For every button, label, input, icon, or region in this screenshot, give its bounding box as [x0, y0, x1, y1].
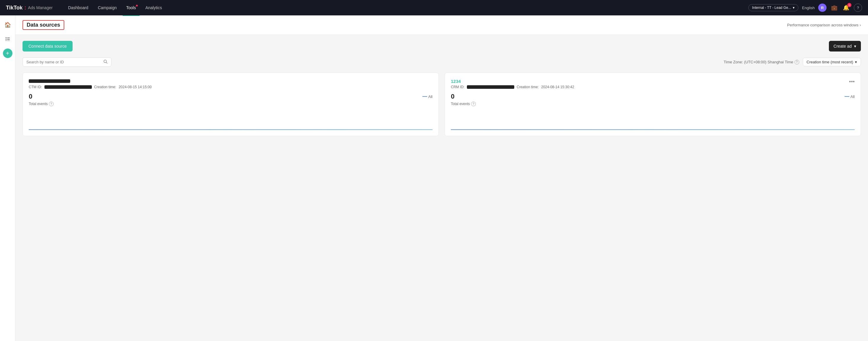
- nav-tools[interactable]: Tools: [123, 4, 140, 12]
- create-ad-button[interactable]: Create ad ▾: [829, 41, 861, 52]
- search-icon: [103, 60, 107, 65]
- data-card-1: CTM ID: Creation time: 2024-08-15 14:15:…: [23, 72, 439, 136]
- svg-rect-2: [6, 40, 6, 41]
- card-chart-2: [451, 112, 855, 130]
- card-header-2: 1234 CRM ID: Creation time: 2024-08-14 1…: [451, 79, 855, 89]
- page-title-box: Data sources: [23, 20, 64, 30]
- card-name-2[interactable]: 1234: [451, 79, 574, 84]
- stat-label-2: Total events ?: [451, 102, 855, 106]
- card-more-button-2[interactable]: •••: [849, 79, 855, 85]
- sidebar-home-icon[interactable]: 🏠: [3, 20, 12, 30]
- chart-line-1: [29, 129, 433, 130]
- timezone-label: Time Zone: (UTC+08:00) Shanghai Time ?: [724, 60, 799, 65]
- sort-chevron-icon: ▾: [855, 60, 857, 64]
- search-input[interactable]: [26, 60, 101, 64]
- svg-line-7: [106, 63, 107, 64]
- help-icon[interactable]: ?: [854, 4, 862, 12]
- card-meta-1: CTM ID: Creation time: 2024-08-15 14:15:…: [29, 85, 152, 89]
- svg-rect-1: [6, 39, 6, 40]
- avatar[interactable]: R: [818, 4, 827, 12]
- account-selector[interactable]: Internal - TT - Lead Ge... ▾: [748, 4, 799, 11]
- sidebar-list-icon[interactable]: [3, 34, 12, 44]
- creation-label-2: Creation time:: [517, 85, 539, 89]
- top-navigation: TikTok: Ads Manager Dashboard Campaign T…: [0, 0, 868, 15]
- creation-label-1: Creation time:: [94, 85, 117, 89]
- nav-right: Internal - TT - Lead Ge... ▾ English R 💼…: [748, 4, 862, 12]
- nav-analytics[interactable]: Analytics: [142, 4, 165, 12]
- chevron-down-icon: ▾: [793, 6, 795, 10]
- crm-id-label: CRM ID:: [451, 85, 465, 89]
- redacted-name-1: [29, 79, 70, 83]
- total-events-number-1: 0: [29, 93, 32, 100]
- redacted-id-2: [467, 85, 514, 89]
- chart-line-2: [451, 129, 855, 130]
- app-logo: TikTok: Ads Manager: [6, 5, 53, 11]
- logo-colon: :: [24, 5, 26, 11]
- card-name-1: [29, 79, 152, 84]
- tools-dot: [136, 5, 138, 6]
- dash-icon-2: [845, 96, 849, 97]
- card-stats-2: 0 All: [451, 93, 855, 100]
- sidebar-plus-icon[interactable]: +: [3, 48, 12, 58]
- logo-ads-manager: Ads Manager: [28, 5, 53, 10]
- nav-campaign[interactable]: Campaign: [94, 4, 120, 12]
- ctm-id-label: CTM ID:: [29, 85, 42, 89]
- main-wrapper: 🏠 + Data sources Performance comparison …: [0, 15, 868, 341]
- left-sidebar: 🏠 +: [0, 15, 16, 341]
- filter-bar: Time Zone: (UTC+08:00) Shanghai Time ? C…: [16, 58, 868, 72]
- briefcase-icon[interactable]: 💼: [830, 4, 838, 12]
- chevron-down-icon: ▾: [854, 44, 856, 48]
- card-chart-1: [29, 112, 433, 130]
- page-header: Data sources Performance comparison acro…: [16, 15, 868, 35]
- filter-right: Time Zone: (UTC+08:00) Shanghai Time ? C…: [724, 58, 861, 66]
- card-title-block-2: 1234 CRM ID: Creation time: 2024-08-14 1…: [451, 79, 574, 89]
- sort-select[interactable]: Creation time (most recent) ▾: [803, 58, 861, 66]
- notification-badge: 1: [847, 3, 851, 7]
- nav-links: Dashboard Campaign Tools Analytics: [65, 4, 165, 12]
- total-events-number-2: 0: [451, 93, 455, 100]
- nav-dashboard[interactable]: Dashboard: [65, 4, 92, 12]
- total-events-info-icon-1[interactable]: ?: [49, 102, 54, 106]
- timezone-info-icon[interactable]: ?: [795, 60, 799, 65]
- toolbar: Connect data source Create ad ▾: [16, 35, 868, 58]
- logo-tiktok: TikTok: [6, 5, 23, 11]
- redacted-id-1: [44, 85, 92, 89]
- creation-time-2: 2024-08-14 15:30:42: [541, 85, 574, 89]
- dash-icon-1: [423, 96, 427, 97]
- chevron-right-icon: ›: [860, 23, 861, 27]
- card-stats-1: 0 All: [29, 93, 433, 100]
- svg-rect-3: [7, 38, 10, 38]
- data-card-2: 1234 CRM ID: Creation time: 2024-08-14 1…: [445, 72, 861, 136]
- page-title: Data sources: [27, 22, 60, 28]
- svg-rect-0: [6, 37, 6, 38]
- total-events-info-icon-2[interactable]: ?: [471, 102, 476, 106]
- cards-grid: CTM ID: Creation time: 2024-08-15 14:15:…: [16, 72, 868, 136]
- card-header-1: CTM ID: Creation time: 2024-08-15 14:15:…: [29, 79, 433, 89]
- page-content: Data sources Performance comparison acro…: [16, 15, 868, 341]
- svg-rect-5: [7, 40, 10, 41]
- language-selector[interactable]: English: [802, 6, 815, 10]
- card-title-block-1: CTM ID: Creation time: 2024-08-15 14:15:…: [29, 79, 152, 89]
- all-badge-1: All: [423, 95, 433, 99]
- bell-icon[interactable]: 🔔 1: [842, 4, 850, 12]
- search-box: [23, 58, 112, 67]
- creation-time-1: 2024-08-15 14:15:00: [119, 85, 151, 89]
- svg-rect-4: [7, 39, 10, 40]
- connect-data-source-button[interactable]: Connect data source: [23, 41, 72, 52]
- stat-label-1: Total events ?: [29, 102, 433, 106]
- all-badge-2: All: [845, 95, 855, 99]
- card-meta-2: CRM ID: Creation time: 2024-08-14 15:30:…: [451, 85, 574, 89]
- perf-comparison-link[interactable]: Performance comparison across windows ›: [787, 23, 861, 27]
